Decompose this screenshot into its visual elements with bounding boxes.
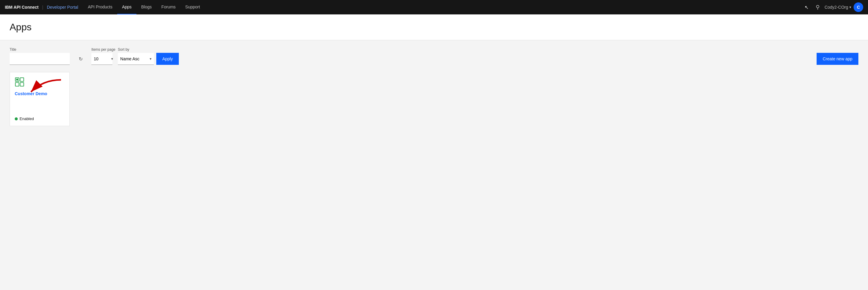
apply-button[interactable]: Apply	[156, 53, 179, 65]
svg-rect-3	[20, 82, 24, 86]
sort-by-wrapper: Name Asc Name Desc Date Asc Date Desc	[118, 53, 154, 65]
brand-portal-text: Developer Portal	[47, 5, 78, 10]
nav-right: ↖ ⚲ Cody2-COrg ▾ C	[805, 1, 863, 13]
nav-link-support[interactable]: Support	[180, 0, 205, 14]
brand-divider: |	[42, 5, 43, 10]
page-header: Apps	[0, 14, 868, 40]
nav-link-forums[interactable]: Forums	[157, 0, 180, 14]
status-dot-enabled	[15, 117, 18, 120]
title-filter-group: Title	[10, 47, 70, 65]
app-card-customer-demo[interactable]: Customer Demo Enabled	[10, 72, 70, 126]
status-label: Enabled	[20, 116, 34, 121]
app-name-link[interactable]: Customer Demo	[15, 91, 65, 96]
apps-grid: Customer Demo Enabled	[10, 72, 858, 126]
refresh-icon: ↻	[79, 56, 83, 62]
svg-rect-4	[16, 79, 18, 80]
cursor-pointer-icon: ↖	[805, 4, 808, 10]
chevron-down-icon: ▾	[849, 5, 851, 9]
filter-bar: Title ↻ Items per page 10 25 50 100 Sor	[10, 47, 858, 65]
title-search-input[interactable]	[10, 53, 70, 65]
sort-by-group: Sort by Name Asc Name Desc Date Asc Date…	[118, 47, 154, 65]
top-navigation: IBM API Connect | Developer Portal API P…	[0, 0, 868, 14]
items-per-page-label: Items per page	[91, 47, 116, 51]
sort-by-label: Sort by	[118, 47, 154, 51]
create-new-app-button[interactable]: Create new app	[816, 53, 858, 65]
page-body: Title ↻ Items per page 10 25 50 100 Sor	[0, 40, 868, 290]
username-label: Cody2-COrg	[825, 5, 848, 10]
refresh-button[interactable]: ↻	[74, 53, 87, 65]
nav-link-blogs[interactable]: Blogs	[136, 0, 157, 14]
app-status: Enabled	[15, 113, 65, 121]
title-filter-label: Title	[10, 47, 70, 51]
user-menu[interactable]: Cody2-COrg ▾	[825, 5, 851, 10]
items-per-page-select[interactable]: 10 25 50 100	[91, 53, 113, 65]
svg-rect-1	[20, 78, 24, 81]
svg-rect-2	[15, 82, 19, 86]
avatar[interactable]: C	[854, 2, 863, 12]
sort-by-select[interactable]: Name Asc Name Desc Date Asc Date Desc	[118, 53, 154, 65]
nav-link-api-products[interactable]: API Products	[83, 0, 117, 14]
search-icon[interactable]: ⚲	[813, 1, 822, 13]
items-sort-group: Items per page 10 25 50 100 Sort by Name…	[91, 47, 179, 65]
items-per-page-group: Items per page 10 25 50 100	[91, 47, 116, 65]
nav-links: API Products Apps Blogs Forums Support	[83, 0, 805, 14]
brand-logo: IBM API Connect | Developer Portal	[5, 5, 83, 10]
page-title: Apps	[10, 22, 858, 33]
app-icon	[15, 77, 65, 89]
items-per-page-wrapper: 10 25 50 100	[91, 53, 116, 65]
nav-link-apps[interactable]: Apps	[117, 0, 136, 14]
brand-ibm-text: IBM API Connect	[5, 5, 38, 10]
